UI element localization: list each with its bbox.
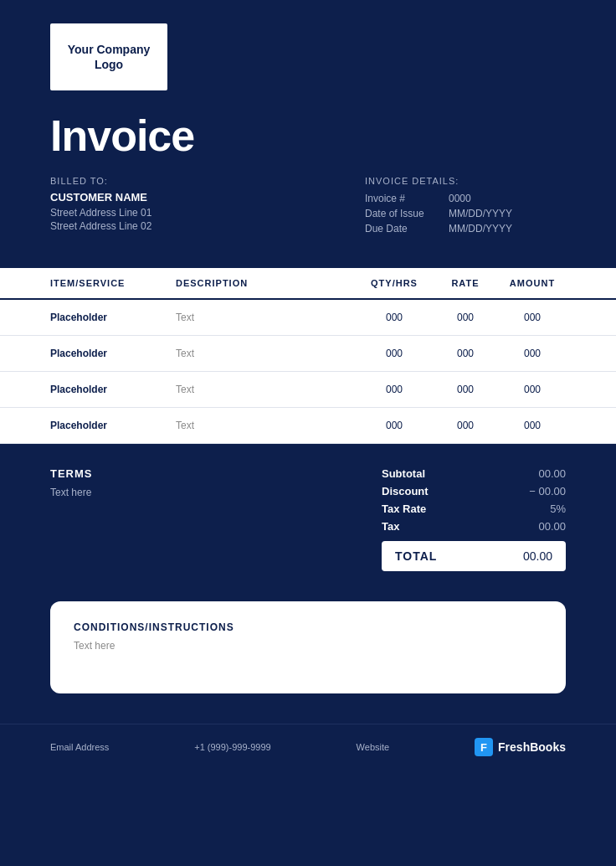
row-rate: 000 — [432, 348, 499, 359]
billing-section: BILLED TO: CUSTOMER NAME Street Address … — [0, 161, 616, 238]
date-issue-row: Date of Issue MM/DD/YYYY — [365, 208, 566, 219]
row-item: Placeholder — [50, 348, 176, 359]
table-row: Placeholder Text 000 000 000 — [0, 408, 616, 444]
discount-value: − 00.00 — [529, 485, 566, 497]
company-logo: Your Company Logo — [50, 23, 167, 90]
tax-row: Tax 00.00 — [382, 520, 566, 533]
table-row: Placeholder Text 000 000 000 — [0, 336, 616, 372]
row-qty: 000 — [357, 384, 432, 395]
header: Your Company Logo — [0, 0, 616, 90]
row-rate: 000 — [432, 384, 499, 395]
footer-email: Email Address — [50, 742, 109, 752]
tax-label: Tax — [382, 520, 399, 533]
row-item: Placeholder — [50, 384, 176, 395]
invoice-details-label: INVOICE DETAILS: — [365, 176, 566, 186]
conditions-title: CONDITIONS/INSTRUCTIONS — [74, 621, 542, 633]
th-rate: RATE — [432, 278, 499, 288]
th-description: DESCRIPTION — [176, 278, 357, 288]
logo-line1: Your Company — [68, 43, 151, 56]
row-item: Placeholder — [50, 420, 176, 431]
row-description: Text — [176, 348, 357, 359]
table-rows: Placeholder Text 000 000 000 Placeholder… — [0, 300, 616, 444]
row-description: Text — [176, 384, 357, 395]
footer-phone: +1 (999)-999-9999 — [194, 742, 270, 752]
invoice-title: Invoice — [0, 90, 616, 161]
subtotal-value: 00.00 — [538, 467, 566, 480]
freshbooks-icon: F — [475, 738, 493, 756]
date-issue-value: MM/DD/YYYY — [449, 208, 512, 219]
discount-row: Discount − 00.00 — [382, 485, 566, 497]
row-amount: 000 — [499, 384, 566, 395]
row-description: Text — [176, 420, 357, 431]
subtotal-label: Subtotal — [382, 467, 425, 480]
tax-value: 00.00 — [538, 520, 566, 533]
freshbooks-logo: F FreshBooks — [475, 738, 566, 756]
address-line1: Street Address Line 01 — [50, 207, 308, 219]
billed-to-label: BILLED TO: — [50, 176, 308, 186]
discount-label: Discount — [382, 485, 429, 497]
row-item: Placeholder — [50, 312, 176, 323]
row-amount: 000 — [499, 312, 566, 323]
footer-bar: Email Address +1 (999)-999-9999 Website … — [0, 724, 616, 770]
totals-block: Subtotal 00.00 Discount − 00.00 Tax Rate… — [382, 467, 566, 571]
tax-rate-value: 5% — [550, 503, 566, 515]
total-final-label: TOTAL — [395, 549, 437, 563]
terms-text: Text here — [50, 487, 382, 498]
row-rate: 000 — [432, 312, 499, 323]
total-final-box: TOTAL 00.00 — [382, 541, 566, 571]
invoice-number-label: Invoice # — [365, 193, 449, 204]
conditions-box: CONDITIONS/INSTRUCTIONS Text here — [50, 601, 566, 693]
invoice-table: ITEM/SERVICE DESCRIPTION QTY/HRS RATE AM… — [0, 268, 616, 444]
conditions-text: Text here — [74, 640, 542, 652]
invoice-number-value: 0000 — [449, 193, 471, 204]
freshbooks-name: FreshBooks — [498, 740, 566, 754]
address-line2: Street Address Line 02 — [50, 220, 308, 232]
th-amount: AMOUNT — [499, 278, 566, 288]
row-qty: 000 — [357, 348, 432, 359]
billed-to-block: BILLED TO: CUSTOMER NAME Street Address … — [50, 176, 308, 238]
footer-website: Website — [357, 742, 390, 752]
subtotal-row: Subtotal 00.00 — [382, 467, 566, 480]
row-description: Text — [176, 312, 357, 323]
th-item: ITEM/SERVICE — [50, 278, 176, 288]
due-date-row: Due Date MM/DD/YYYY — [365, 223, 566, 235]
table-header: ITEM/SERVICE DESCRIPTION QTY/HRS RATE AM… — [0, 268, 616, 300]
th-qty: QTY/HRS — [357, 278, 432, 288]
invoice-details-block: INVOICE DETAILS: Invoice # 0000 Date of … — [308, 176, 566, 238]
row-qty: 000 — [357, 312, 432, 323]
due-date-value: MM/DD/YYYY — [449, 223, 512, 235]
row-rate: 000 — [432, 420, 499, 431]
footer-section: TERMS Text here Subtotal 00.00 Discount … — [0, 444, 616, 571]
row-qty: 000 — [357, 420, 432, 431]
conditions-wrapper: CONDITIONS/INSTRUCTIONS Text here — [0, 571, 616, 724]
logo-line2: Logo — [95, 58, 123, 71]
table-row: Placeholder Text 000 000 000 — [0, 372, 616, 408]
due-date-label: Due Date — [365, 223, 449, 235]
customer-name: CUSTOMER NAME — [50, 191, 308, 204]
row-amount: 000 — [499, 420, 566, 431]
terms-title: TERMS — [50, 467, 382, 480]
table-row: Placeholder Text 000 000 000 — [0, 300, 616, 336]
terms-block: TERMS Text here — [50, 467, 382, 571]
invoice-number-row: Invoice # 0000 — [365, 193, 566, 204]
tax-rate-label: Tax Rate — [382, 503, 426, 515]
total-final-value: 00.00 — [523, 549, 552, 563]
tax-rate-row: Tax Rate 5% — [382, 503, 566, 515]
row-amount: 000 — [499, 348, 566, 359]
date-issue-label: Date of Issue — [365, 208, 449, 219]
